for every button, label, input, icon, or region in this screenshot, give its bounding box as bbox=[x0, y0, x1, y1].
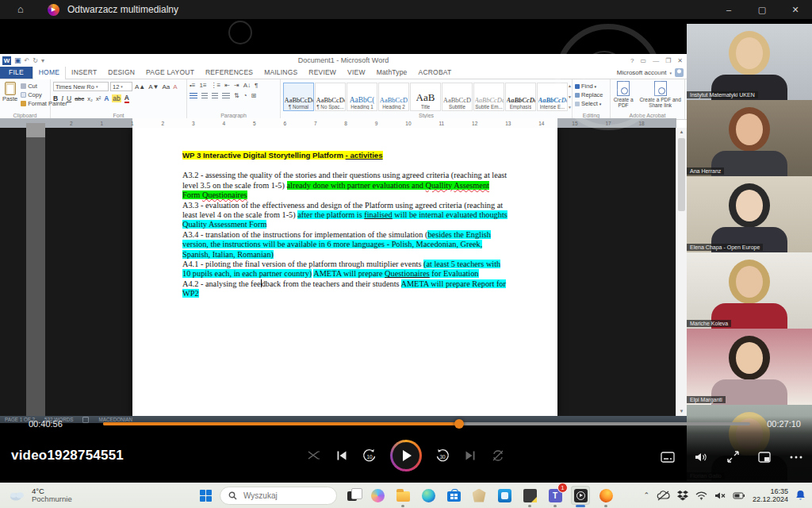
align-center-button[interactable] bbox=[201, 93, 208, 99]
paste-button[interactable]: Paste bbox=[2, 82, 17, 111]
tab-mailings[interactable]: MAILINGS bbox=[259, 67, 303, 79]
style-intense-e-[interactable]: AaBbCcDdIntense E... bbox=[537, 83, 568, 111]
find-button[interactable]: Find ▾ bbox=[575, 83, 607, 90]
style--normal[interactable]: AaBbCcDd¶ Normal bbox=[283, 83, 314, 111]
taskbar-app-task-view[interactable] bbox=[343, 486, 362, 505]
participant-tile[interactable]: Mariche Koleva bbox=[687, 252, 812, 329]
fullscreen-button[interactable] bbox=[727, 451, 739, 463]
volume-button[interactable] bbox=[694, 452, 708, 463]
line-spacing-button[interactable]: ⇅ bbox=[234, 92, 239, 99]
taskbar-clock[interactable]: 16:35 22.12.2024 bbox=[753, 487, 788, 503]
home-icon[interactable]: ⌂ bbox=[11, 0, 30, 19]
styles-more-icon[interactable]: ▼ bbox=[568, 105, 572, 110]
style-heading-2[interactable]: AaBbCcDHeading 2 bbox=[378, 83, 409, 111]
change-case-button[interactable]: Aa bbox=[162, 83, 171, 90]
more-options-button[interactable] bbox=[790, 456, 802, 459]
play-button[interactable] bbox=[390, 440, 422, 471]
text-highlight-button[interactable]: ab bbox=[112, 94, 121, 102]
tab-references[interactable]: REFERENCES bbox=[200, 67, 259, 79]
previous-track-button[interactable] bbox=[335, 448, 349, 463]
word-minimize-icon[interactable]: — bbox=[653, 57, 659, 64]
taskbar-weather-widget[interactable]: 4°C Pochmurnie bbox=[8, 487, 72, 504]
word-help-icon[interactable]: ? bbox=[630, 57, 634, 64]
shrink-font-button[interactable]: A▼ bbox=[147, 83, 159, 90]
text-effects-button[interactable]: A bbox=[104, 94, 109, 102]
font-family-select[interactable]: Times New Ro▾ bbox=[53, 82, 109, 91]
close-button[interactable]: ✕ bbox=[779, 0, 812, 19]
tab-view[interactable]: VIEW bbox=[342, 67, 371, 79]
style-subtle-em-[interactable]: AaBbCcDdSubtle Em... bbox=[473, 83, 504, 111]
seek-knob[interactable] bbox=[454, 419, 464, 429]
minimize-button[interactable]: – bbox=[712, 0, 745, 19]
tab-review[interactable]: REVIEW bbox=[303, 67, 342, 79]
create-pdf-button[interactable]: Create a PDF bbox=[613, 81, 634, 111]
styles-scroll-down-icon[interactable]: ▼ bbox=[568, 94, 572, 99]
search-box[interactable] bbox=[220, 487, 337, 505]
taskbar-app-notes[interactable] bbox=[520, 486, 539, 505]
bold-button[interactable]: B bbox=[53, 94, 58, 102]
scroll-down-icon[interactable]: ▼ bbox=[676, 407, 687, 416]
tab-design[interactable]: DESIGN bbox=[102, 67, 140, 79]
participant-tile[interactable]: Instytut Matematyki UKEN bbox=[687, 24, 812, 100]
align-left-button[interactable] bbox=[190, 93, 197, 99]
mini-player-button[interactable] bbox=[758, 452, 771, 463]
sort-button[interactable]: A↓ bbox=[243, 82, 251, 89]
taskbar-app-firefox[interactable] bbox=[596, 486, 615, 505]
next-track-button[interactable] bbox=[463, 448, 477, 463]
taskbar-app-teams[interactable]: 1 bbox=[546, 486, 565, 505]
wifi-icon[interactable] bbox=[695, 491, 707, 500]
styles-scroll-up-icon[interactable]: ▲ bbox=[568, 83, 572, 88]
bullets-button[interactable]: •≡ bbox=[190, 82, 195, 89]
start-button[interactable] bbox=[197, 487, 214, 504]
word-ribbon-options-icon[interactable]: ▭ bbox=[641, 57, 647, 64]
maximize-button[interactable]: ▢ bbox=[745, 0, 779, 19]
borders-button[interactable]: ⊞ bbox=[251, 92, 257, 99]
word-restore-icon[interactable]: ❐ bbox=[665, 57, 671, 64]
font-size-select[interactable]: 12▾ bbox=[110, 82, 132, 91]
style--no-spac-[interactable]: AaBbCcDd¶ No Spac... bbox=[315, 83, 346, 111]
taskbar-app-gallery[interactable] bbox=[469, 486, 488, 505]
tab-home[interactable]: HOME bbox=[33, 67, 66, 79]
scrollbar-thumb[interactable] bbox=[678, 138, 685, 211]
align-right-button[interactable] bbox=[212, 93, 218, 99]
replace-button[interactable]: Replace bbox=[575, 91, 607, 98]
skip-forward-30-button[interactable]: 30 bbox=[435, 448, 450, 463]
volume-muted-icon[interactable] bbox=[714, 491, 726, 500]
strikethrough-button[interactable]: abc bbox=[75, 95, 84, 102]
styles-scrollbar[interactable]: ▲ ▼ ▼ bbox=[568, 82, 572, 111]
battery-icon[interactable] bbox=[733, 492, 745, 499]
underline-button[interactable]: U bbox=[67, 94, 71, 102]
horizontal-ruler[interactable]: 211234567891011121314151718 bbox=[0, 118, 676, 128]
taskbar-app-media-player[interactable] bbox=[571, 486, 590, 505]
tab-page-layout[interactable]: PAGE LAYOUT bbox=[140, 67, 200, 79]
style-subtitle[interactable]: AaBbCcDSubtitle bbox=[442, 83, 473, 111]
select-button[interactable]: Select ▾ bbox=[575, 100, 607, 107]
document-page[interactable]: WP 3 Interactive Digital Storytelling Pl… bbox=[132, 128, 557, 416]
increase-indent-button[interactable]: ⇥ bbox=[234, 82, 239, 89]
font-color-button[interactable]: A bbox=[124, 94, 129, 103]
multilevel-list-button[interactable]: ⋮≡ bbox=[211, 82, 221, 89]
shading-button[interactable]: ◔ bbox=[243, 92, 247, 99]
participant-tile[interactable]: Elena Chapa - Open Europe bbox=[687, 176, 812, 252]
skip-back-10-button[interactable]: 10 bbox=[362, 448, 377, 463]
repeat-off-button[interactable] bbox=[491, 448, 505, 463]
taskbar-app-edge[interactable] bbox=[419, 486, 438, 505]
video-stage[interactable]: W ▣ ↶ ↻ ▾ Document1 - Microsoft Word ? ▭… bbox=[0, 19, 812, 483]
style-heading-1[interactable]: AaBbC(Heading 1 bbox=[347, 83, 377, 111]
search-input[interactable] bbox=[242, 491, 324, 501]
scroll-up-icon[interactable]: ▲ bbox=[676, 128, 687, 137]
word-close-icon[interactable]: ✕ bbox=[677, 57, 683, 64]
dropbox-icon[interactable] bbox=[677, 491, 688, 501]
tray-overflow-icon[interactable]: ⌃ bbox=[643, 491, 649, 499]
microsoft-account[interactable]: Microsoft account ▾ bbox=[617, 67, 684, 79]
tab-mathtype[interactable]: MathType bbox=[371, 67, 413, 79]
justify-button[interactable] bbox=[222, 93, 230, 99]
notification-bell-icon[interactable] bbox=[795, 490, 806, 501]
subtitles-button[interactable] bbox=[661, 452, 675, 463]
style-title[interactable]: AaBTitle bbox=[410, 83, 441, 111]
seek-bar[interactable] bbox=[103, 422, 750, 425]
grow-font-button[interactable]: A▲ bbox=[134, 83, 146, 90]
participant-tile[interactable]: Ana Herranz bbox=[687, 100, 812, 176]
taskbar-app-file-explorer[interactable] bbox=[393, 486, 412, 505]
superscript-button[interactable]: x² bbox=[96, 95, 101, 102]
